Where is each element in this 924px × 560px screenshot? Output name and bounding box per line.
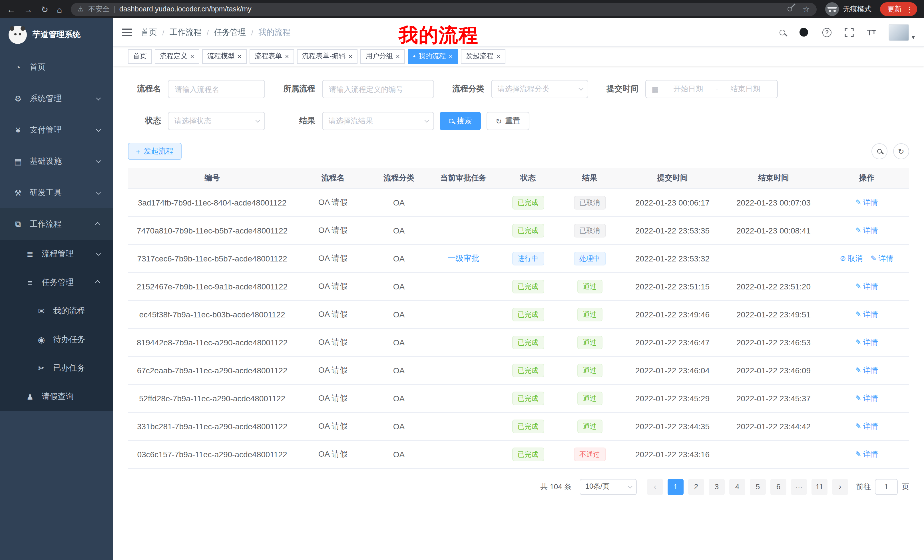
cell-submit-time: 2022-01-22 23:51:15 bbox=[622, 272, 723, 300]
browser-reload-icon[interactable]: ↻ bbox=[41, 5, 48, 13]
tab[interactable]: 首页 bbox=[128, 49, 152, 64]
detail-link[interactable]: ✎ 详情 bbox=[855, 337, 878, 347]
sidebar-item-label: 首页 bbox=[30, 62, 46, 72]
detail-link[interactable]: ✎ 详情 bbox=[855, 421, 878, 431]
cell-end-time: 2022-01-22 23:46:09 bbox=[723, 356, 824, 384]
date-range-picker[interactable]: ▦ 开始日期 - 结束日期 bbox=[645, 80, 778, 98]
page-button[interactable]: 11 bbox=[812, 479, 828, 495]
cell-status: 已完成 bbox=[498, 272, 557, 300]
sidebar-item[interactable]: ⧉ 工作流程 bbox=[0, 208, 113, 240]
tab-close-icon[interactable]: × bbox=[238, 53, 242, 60]
prev-page-button[interactable]: ‹ bbox=[647, 479, 663, 495]
tab[interactable]: 流程定义 × bbox=[155, 49, 199, 64]
sidebar-item[interactable]: ◉ 待办任务 bbox=[0, 325, 113, 354]
sidebar-item[interactable]: ≣ 流程管理 bbox=[0, 240, 113, 268]
tab[interactable]: 流程表单 × bbox=[249, 49, 294, 64]
owner-process-input[interactable] bbox=[322, 80, 434, 98]
sidebar-item[interactable]: ✂ 已办任务 bbox=[0, 354, 113, 382]
bookmark-star-icon[interactable]: ☆ bbox=[802, 4, 810, 14]
detail-link[interactable]: ✎ 详情 bbox=[855, 393, 878, 403]
next-page-button[interactable]: › bbox=[832, 479, 848, 495]
browser-forward-icon[interactable]: → bbox=[24, 5, 33, 13]
help-icon[interactable]: ? bbox=[822, 28, 831, 37]
sidebar-item[interactable]: ¥ 支付管理 bbox=[0, 114, 113, 145]
tab-close-icon[interactable]: × bbox=[285, 53, 289, 60]
tab-close-icon[interactable]: × bbox=[190, 53, 194, 60]
cell-submit-time: 2022-01-22 23:46:04 bbox=[622, 356, 723, 384]
caret-down-icon: ▾ bbox=[912, 33, 915, 41]
sidebar-logo[interactable]: 芋道管理系统 bbox=[0, 18, 113, 51]
password-key-icon[interactable] bbox=[787, 6, 794, 13]
cell-actions: ✎ 详情 bbox=[824, 300, 909, 328]
sidebar-item[interactable]: ✉ 我的流程 bbox=[0, 297, 113, 325]
status-select[interactable]: 请选择状态 bbox=[168, 112, 265, 130]
tab[interactable]: 发起流程 × bbox=[461, 49, 506, 64]
status-label: 状态 bbox=[128, 116, 161, 126]
result-badge: 通过 bbox=[577, 391, 602, 405]
tab[interactable]: 流程模型 × bbox=[202, 49, 247, 64]
page-size-select[interactable]: 10条/页 bbox=[580, 479, 637, 495]
current-task-link[interactable]: 一级审批 bbox=[447, 253, 479, 262]
search-button[interactable]: 搜索 bbox=[440, 112, 481, 130]
user-menu[interactable]: ▾ bbox=[889, 24, 915, 41]
create-process-button[interactable]: + 发起流程 bbox=[128, 143, 182, 160]
browser-back-icon[interactable]: ← bbox=[7, 5, 15, 13]
search-icon[interactable] bbox=[780, 29, 785, 35]
sidebar-item[interactable]: ▤ 基础设施 bbox=[0, 145, 113, 177]
cell-actions: ✎ 详情 bbox=[824, 356, 909, 384]
browser-menu-dots-icon[interactable]: ⋮ bbox=[906, 5, 913, 13]
detail-link[interactable]: ✎ 详情 bbox=[855, 449, 878, 459]
avatar[interactable] bbox=[889, 24, 909, 41]
page-button[interactable]: 4 bbox=[729, 479, 745, 495]
cell-submit-time: 2022-01-22 23:45:29 bbox=[622, 384, 723, 412]
tab[interactable]: 流程表单-编辑 × bbox=[297, 49, 357, 64]
browser-home-icon[interactable]: ⌂ bbox=[57, 5, 62, 13]
detail-link[interactable]: ✎ 详情 bbox=[855, 225, 878, 235]
page-button[interactable]: 3 bbox=[709, 479, 725, 495]
cell-process-id: 3ad174fb-7b9d-11ec-8404-acde48001122 bbox=[128, 189, 296, 216]
page-button[interactable]: 5 bbox=[750, 479, 766, 495]
category-select[interactable]: 请选择流程分类 bbox=[491, 80, 588, 98]
table-row: 2152467e-7b9b-11ec-9a1b-acde48001122 OA … bbox=[128, 272, 909, 300]
page-button[interactable]: ··· bbox=[791, 479, 807, 495]
sidebar-item[interactable]: ◔ 首页 bbox=[0, 51, 113, 83]
reset-button[interactable]: ↻ 重置 bbox=[486, 112, 530, 130]
breadcrumb-item[interactable]: 工作流程 bbox=[170, 27, 202, 37]
address-bar[interactable]: ⚠ 不安全 dashboard.yudao.iocoder.cn/bpm/tas… bbox=[70, 3, 817, 16]
tab-close-icon[interactable]: × bbox=[348, 53, 352, 60]
page-button[interactable]: 2 bbox=[688, 479, 704, 495]
hamburger-icon[interactable] bbox=[122, 28, 132, 36]
sidebar-item[interactable]: ≡ 任务管理 bbox=[0, 268, 113, 297]
font-size-icon[interactable]: TT bbox=[867, 27, 876, 37]
sidebar-item[interactable]: ⚒ 研发工具 bbox=[0, 177, 113, 208]
result-select[interactable]: 请选择流结果 bbox=[322, 112, 434, 130]
cell-actions: ✎ 详情 bbox=[824, 216, 909, 244]
detail-link[interactable]: ✎ 详情 bbox=[855, 365, 878, 375]
browser-update-button[interactable]: 更新 ⋮ bbox=[880, 2, 917, 16]
detail-link[interactable]: ✎ 详情 bbox=[855, 281, 878, 291]
process-name-input[interactable] bbox=[168, 80, 265, 98]
sidebar-item-label: 请假查询 bbox=[42, 392, 74, 402]
refresh-table-button[interactable]: ↻ bbox=[893, 143, 909, 159]
fullscreen-icon[interactable] bbox=[844, 28, 854, 37]
tab-close-icon[interactable]: × bbox=[449, 53, 453, 60]
tab-close-icon[interactable]: × bbox=[496, 53, 500, 60]
cancel-link[interactable]: ⊘ 取消 bbox=[840, 253, 862, 264]
goto-page-input[interactable] bbox=[875, 479, 898, 495]
status-badge: 已完成 bbox=[512, 419, 544, 433]
breadcrumb-item[interactable]: 任务管理 bbox=[214, 27, 246, 37]
detail-link[interactable]: ✎ 详情 bbox=[855, 197, 878, 208]
detail-link[interactable]: ✎ 详情 bbox=[871, 253, 894, 264]
breadcrumb-item[interactable]: 我的流程 bbox=[258, 27, 290, 37]
breadcrumb-item[interactable]: 首页 bbox=[141, 27, 157, 37]
sidebar-item[interactable]: ♟ 请假查询 bbox=[0, 382, 113, 411]
tab[interactable]: 用户分组 × bbox=[360, 49, 405, 64]
page-button[interactable]: 6 bbox=[770, 479, 786, 495]
tab[interactable]: ● 我的流程 × bbox=[408, 49, 458, 64]
toggle-search-button[interactable] bbox=[872, 143, 888, 159]
detail-link[interactable]: ✎ 详情 bbox=[855, 309, 878, 319]
page-button[interactable]: 1 bbox=[668, 479, 684, 495]
sidebar-item[interactable]: ⚙ 系统管理 bbox=[0, 83, 113, 114]
github-icon[interactable] bbox=[798, 27, 809, 38]
tab-close-icon[interactable]: × bbox=[396, 53, 400, 60]
